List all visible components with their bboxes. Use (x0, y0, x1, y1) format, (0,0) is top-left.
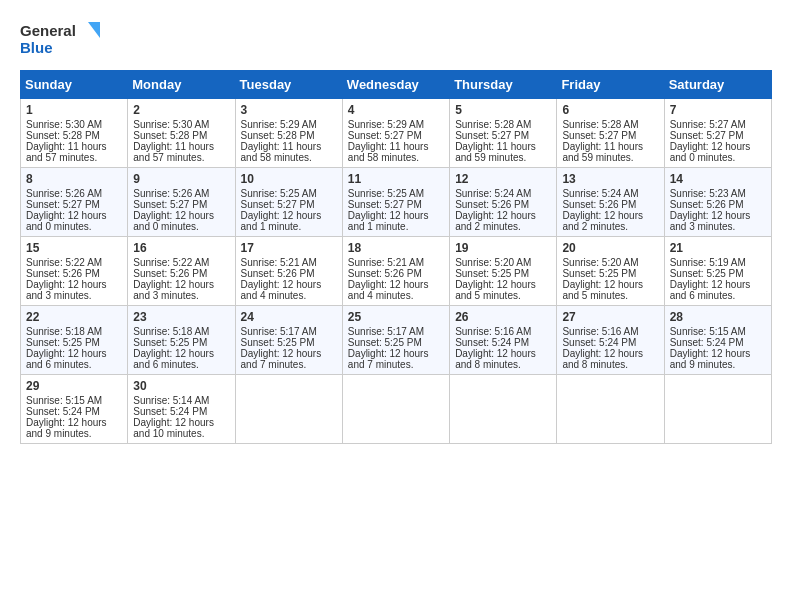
sunrise-text: Sunrise: 5:24 AM (562, 188, 638, 199)
calendar-cell: 25Sunrise: 5:17 AMSunset: 5:25 PMDayligh… (342, 306, 449, 375)
calendar-body: 1Sunrise: 5:30 AMSunset: 5:28 PMDaylight… (21, 99, 772, 444)
calendar-cell: 4Sunrise: 5:29 AMSunset: 5:27 PMDaylight… (342, 99, 449, 168)
sunset-text: Sunset: 5:24 PM (455, 337, 529, 348)
day-number: 14 (670, 172, 766, 186)
day-number: 9 (133, 172, 229, 186)
daylight-text: Daylight: 12 hours and 6 minutes. (670, 279, 751, 301)
sunrise-text: Sunrise: 5:30 AM (133, 119, 209, 130)
calendar-cell: 1Sunrise: 5:30 AMSunset: 5:28 PMDaylight… (21, 99, 128, 168)
day-number: 24 (241, 310, 337, 324)
daylight-text: Daylight: 12 hours and 0 minutes. (26, 210, 107, 232)
sunrise-text: Sunrise: 5:25 AM (241, 188, 317, 199)
sunrise-text: Sunrise: 5:15 AM (26, 395, 102, 406)
day-number: 28 (670, 310, 766, 324)
daylight-text: Daylight: 11 hours and 58 minutes. (241, 141, 322, 163)
day-number: 16 (133, 241, 229, 255)
sunrise-text: Sunrise: 5:25 AM (348, 188, 424, 199)
daylight-text: Daylight: 12 hours and 5 minutes. (455, 279, 536, 301)
daylight-text: Daylight: 12 hours and 9 minutes. (670, 348, 751, 370)
sunset-text: Sunset: 5:28 PM (241, 130, 315, 141)
day-header-monday: Monday (128, 71, 235, 99)
week-row-4: 22Sunrise: 5:18 AMSunset: 5:25 PMDayligh… (21, 306, 772, 375)
daylight-text: Daylight: 12 hours and 3 minutes. (133, 279, 214, 301)
daylight-text: Daylight: 12 hours and 9 minutes. (26, 417, 107, 439)
day-header-tuesday: Tuesday (235, 71, 342, 99)
sunrise-text: Sunrise: 5:21 AM (241, 257, 317, 268)
sunset-text: Sunset: 5:27 PM (241, 199, 315, 210)
day-number: 7 (670, 103, 766, 117)
day-header-saturday: Saturday (664, 71, 771, 99)
day-header-thursday: Thursday (450, 71, 557, 99)
sunset-text: Sunset: 5:26 PM (455, 199, 529, 210)
sunset-text: Sunset: 5:25 PM (241, 337, 315, 348)
sunset-text: Sunset: 5:27 PM (562, 130, 636, 141)
sunset-text: Sunset: 5:26 PM (670, 199, 744, 210)
week-row-5: 29Sunrise: 5:15 AMSunset: 5:24 PMDayligh… (21, 375, 772, 444)
sunset-text: Sunset: 5:24 PM (133, 406, 207, 417)
sunrise-text: Sunrise: 5:17 AM (348, 326, 424, 337)
daylight-text: Daylight: 11 hours and 57 minutes. (133, 141, 214, 163)
sunset-text: Sunset: 5:26 PM (26, 268, 100, 279)
day-number: 22 (26, 310, 122, 324)
calendar-cell: 26Sunrise: 5:16 AMSunset: 5:24 PMDayligh… (450, 306, 557, 375)
svg-text:General: General (20, 22, 76, 39)
calendar-cell: 21Sunrise: 5:19 AMSunset: 5:25 PMDayligh… (664, 237, 771, 306)
day-number: 13 (562, 172, 658, 186)
calendar-cell: 30Sunrise: 5:14 AMSunset: 5:24 PMDayligh… (128, 375, 235, 444)
sunrise-text: Sunrise: 5:20 AM (455, 257, 531, 268)
calendar-cell: 12Sunrise: 5:24 AMSunset: 5:26 PMDayligh… (450, 168, 557, 237)
sunset-text: Sunset: 5:27 PM (348, 199, 422, 210)
sunrise-text: Sunrise: 5:22 AM (133, 257, 209, 268)
logo: General Blue (20, 20, 100, 60)
day-number: 12 (455, 172, 551, 186)
calendar-table: SundayMondayTuesdayWednesdayThursdayFrid… (20, 70, 772, 444)
calendar-cell: 5Sunrise: 5:28 AMSunset: 5:27 PMDaylight… (450, 99, 557, 168)
sunrise-text: Sunrise: 5:24 AM (455, 188, 531, 199)
sunset-text: Sunset: 5:25 PM (562, 268, 636, 279)
calendar-cell: 23Sunrise: 5:18 AMSunset: 5:25 PMDayligh… (128, 306, 235, 375)
calendar-cell: 27Sunrise: 5:16 AMSunset: 5:24 PMDayligh… (557, 306, 664, 375)
day-header-friday: Friday (557, 71, 664, 99)
sunrise-text: Sunrise: 5:30 AM (26, 119, 102, 130)
sunset-text: Sunset: 5:25 PM (133, 337, 207, 348)
svg-text:Blue: Blue (20, 39, 53, 56)
sunrise-text: Sunrise: 5:19 AM (670, 257, 746, 268)
daylight-text: Daylight: 12 hours and 8 minutes. (562, 348, 643, 370)
calendar-cell: 29Sunrise: 5:15 AMSunset: 5:24 PMDayligh… (21, 375, 128, 444)
calendar-cell (450, 375, 557, 444)
day-number: 27 (562, 310, 658, 324)
calendar-cell: 16Sunrise: 5:22 AMSunset: 5:26 PMDayligh… (128, 237, 235, 306)
daylight-text: Daylight: 11 hours and 58 minutes. (348, 141, 429, 163)
day-number: 15 (26, 241, 122, 255)
day-number: 1 (26, 103, 122, 117)
day-number: 4 (348, 103, 444, 117)
sunset-text: Sunset: 5:25 PM (455, 268, 529, 279)
sunrise-text: Sunrise: 5:14 AM (133, 395, 209, 406)
daylight-text: Daylight: 12 hours and 4 minutes. (348, 279, 429, 301)
daylight-text: Daylight: 12 hours and 7 minutes. (348, 348, 429, 370)
day-number: 8 (26, 172, 122, 186)
sunset-text: Sunset: 5:26 PM (241, 268, 315, 279)
daylight-text: Daylight: 12 hours and 0 minutes. (133, 210, 214, 232)
week-row-1: 1Sunrise: 5:30 AMSunset: 5:28 PMDaylight… (21, 99, 772, 168)
daylight-text: Daylight: 12 hours and 4 minutes. (241, 279, 322, 301)
week-row-3: 15Sunrise: 5:22 AMSunset: 5:26 PMDayligh… (21, 237, 772, 306)
daylight-text: Daylight: 12 hours and 8 minutes. (455, 348, 536, 370)
sunrise-text: Sunrise: 5:26 AM (133, 188, 209, 199)
day-number: 29 (26, 379, 122, 393)
daylight-text: Daylight: 12 hours and 10 minutes. (133, 417, 214, 439)
day-header-wednesday: Wednesday (342, 71, 449, 99)
daylight-text: Daylight: 12 hours and 0 minutes. (670, 141, 751, 163)
sunset-text: Sunset: 5:26 PM (562, 199, 636, 210)
calendar-cell (235, 375, 342, 444)
day-number: 17 (241, 241, 337, 255)
sunset-text: Sunset: 5:28 PM (133, 130, 207, 141)
calendar-cell: 22Sunrise: 5:18 AMSunset: 5:25 PMDayligh… (21, 306, 128, 375)
calendar-header-row: SundayMondayTuesdayWednesdayThursdayFrid… (21, 71, 772, 99)
week-row-2: 8Sunrise: 5:26 AMSunset: 5:27 PMDaylight… (21, 168, 772, 237)
calendar-cell: 9Sunrise: 5:26 AMSunset: 5:27 PMDaylight… (128, 168, 235, 237)
daylight-text: Daylight: 12 hours and 1 minute. (241, 210, 322, 232)
sunset-text: Sunset: 5:27 PM (133, 199, 207, 210)
day-number: 20 (562, 241, 658, 255)
sunrise-text: Sunrise: 5:23 AM (670, 188, 746, 199)
